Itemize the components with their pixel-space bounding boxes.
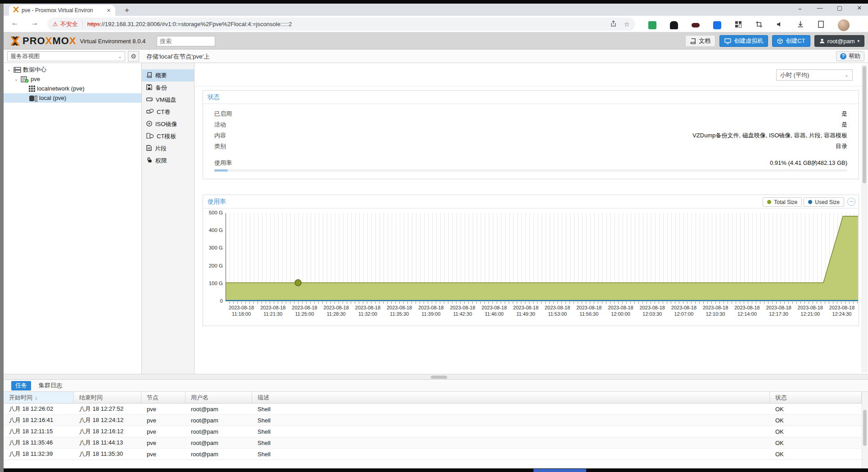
collapse-panel-icon[interactable]: − — [847, 198, 855, 206]
forward-icon[interactable]: → — [30, 18, 40, 28]
task-row[interactable]: 八月 18 11:32:39八月 18 11:35:30pveroot@pamS… — [4, 449, 862, 460]
extension-icon-dark[interactable] — [670, 21, 678, 29]
maximize-icon[interactable]: ▢ — [836, 5, 844, 11]
nav-item-label: 权限 — [155, 157, 167, 165]
nav-item-overview[interactable]: 概要 — [142, 69, 194, 82]
nav-item-backup[interactable]: 备份 — [142, 82, 194, 94]
nav-item-iso-images[interactable]: ISO镜像 — [142, 118, 194, 130]
scrollbar-thumb[interactable] — [863, 66, 866, 183]
x-axis-tick-label: 2023-08-1812:21:00 — [795, 304, 826, 317]
extension-icon-green[interactable] — [648, 21, 656, 29]
legend-dot-icon — [767, 200, 771, 204]
url-text[interactable]: https://192.168.31.202:8006/#v1:0:=stora… — [87, 21, 606, 27]
view-selector[interactable]: 服务器视图 ⌄ — [7, 51, 125, 61]
splitter-handle[interactable] — [431, 376, 447, 379]
gear-icon[interactable]: ⚙ — [128, 51, 139, 62]
nav-item-ct-templates[interactable]: CT模板 — [142, 130, 194, 142]
column-header-0[interactable]: 开始时间↓ — [4, 392, 74, 403]
reading-list-icon[interactable] — [818, 21, 824, 30]
status-value: 是 — [841, 119, 847, 130]
documentation-button[interactable]: 文档 — [685, 35, 715, 47]
nav-item-label: 概要 — [155, 72, 167, 80]
tab-title: pve - Proxmox Virtual Environ — [22, 7, 103, 14]
y-axis-tick-label: 500 G — [203, 210, 223, 215]
new-tab-button[interactable]: + — [122, 5, 132, 16]
security-warning-text[interactable]: 不安全 — [60, 20, 78, 28]
lock-icon — [146, 157, 152, 164]
tab-strip: pve - Proxmox Virtual Environ ✕ + ⌄ — ▢ … — [4, 4, 868, 16]
tab-close-icon[interactable]: ✕ — [106, 8, 112, 14]
share-icon[interactable] — [610, 20, 617, 28]
task-log-tabs: 任务集群日志 — [4, 380, 868, 392]
extension-icon-glasses[interactable] — [692, 23, 700, 27]
nav-item-label: 备份 — [155, 84, 167, 92]
task-scrollbar[interactable] — [862, 392, 868, 468]
column-header-3[interactable]: 用户名 — [185, 392, 252, 403]
task-user: root@pam — [185, 437, 252, 448]
tree-item-localnetwork[interactable]: localnetwork (pve) — [4, 84, 141, 93]
tab-search-icon[interactable]: ⌄ — [796, 5, 804, 11]
x-axis-tick-label: 2023-08-1812:00:00 — [605, 304, 636, 317]
column-header-2[interactable]: 节点 — [141, 392, 185, 403]
tab-cluster-log[interactable]: 集群日志 — [35, 381, 66, 390]
tab-tasks[interactable]: 任务 — [11, 381, 31, 390]
tree-item-pve[interactable]: ⌄pve — [4, 74, 141, 84]
create-ct-button[interactable]: 创建CT — [772, 35, 810, 47]
nav-item-permissions[interactable]: 权限 — [142, 154, 194, 167]
total-size-area — [226, 216, 858, 301]
scrollbar-thumb[interactable] — [863, 410, 867, 446]
extensions-grid-icon[interactable] — [735, 21, 742, 30]
download-icon[interactable] — [797, 21, 804, 30]
nav-item-ct-volumes[interactable]: CT卷 — [142, 106, 194, 118]
status-panel-title: 状态 — [203, 91, 859, 104]
back-icon[interactable]: ← — [10, 18, 20, 28]
tree-item-label: pve — [31, 76, 40, 82]
x-axis-tick-label: 2023-08-1811:39:00 — [415, 304, 447, 317]
column-header-1[interactable]: 结束时间 — [74, 392, 141, 403]
task-row[interactable]: 八月 18 11:35:46八月 18 11:44:13pveroot@pamS… — [4, 437, 862, 449]
hdd-icon — [146, 96, 153, 104]
task-row[interactable]: 八月 18 12:11:15八月 18 12:16:12pveroot@pamS… — [4, 426, 862, 437]
task-end-time: 八月 18 11:35:30 — [74, 449, 141, 459]
proxmox-logo: PROXMOX Virtual Environment 8.0.4 — [9, 35, 145, 47]
chevron-down-icon[interactable]: ⌄ — [6, 67, 12, 72]
bookmark-star-icon[interactable]: ☆ — [624, 20, 630, 28]
task-end-time: 八月 18 12:27:52 — [74, 404, 141, 414]
close-icon[interactable]: ✕ — [855, 5, 863, 11]
usage-chart-plot — [226, 213, 858, 301]
legend-item-total-size[interactable]: Total Size — [763, 197, 802, 207]
x-axis-tick-label: 2023-08-1812:10:30 — [700, 304, 731, 317]
nav-item-snippets[interactable]: 片段 — [142, 142, 194, 154]
minimize-icon[interactable]: — — [816, 5, 824, 11]
status-label: 内容 — [214, 130, 226, 141]
user-menu-button[interactable]: root@pam ▾ — [814, 35, 864, 47]
content-scrollbar[interactable] — [862, 65, 867, 372]
task-row[interactable]: 八月 18 12:26:02八月 18 12:27:52pveroot@pamS… — [4, 404, 862, 415]
help-button[interactable]: ? 帮助 — [836, 51, 864, 61]
nav-item-vm-disks[interactable]: VM磁盘 — [142, 94, 194, 106]
extension-icon-blue-lock[interactable] — [713, 21, 721, 29]
app-toolbar: 服务器视图 ⌄ ⚙ 存储'local'在节点'pve'上 ? 帮助 — [4, 50, 868, 63]
legend-item-used-size[interactable]: Used Size — [804, 197, 844, 207]
period-select[interactable]: 小时 (平均) ⌄ — [776, 69, 853, 81]
tree-item-datacenter[interactable]: ⌄数据中心 — [4, 65, 141, 74]
usage-area-chart — [226, 213, 858, 301]
crop-icon[interactable] — [755, 21, 763, 30]
column-header-4[interactable]: 描述 — [252, 392, 770, 403]
address-bar[interactable]: ⚠ 不安全 https://192.168.31.202:8006/#v1:0:… — [47, 18, 635, 31]
tree-item-local[interactable]: local (pve) — [4, 93, 141, 103]
browser-tab[interactable]: pve - Proxmox Virtual Environ ✕ — [9, 5, 115, 16]
task-row[interactable]: 八月 18 12:16:41八月 18 12:24:12pveroot@pamS… — [4, 415, 862, 426]
create-vm-button[interactable]: 创建虚拟机 — [719, 35, 768, 47]
profile-avatar[interactable] — [838, 19, 850, 31]
column-header-5[interactable]: 状态 — [770, 392, 862, 403]
usage-progress-fill — [214, 169, 228, 172]
y-axis-tick-label: 100 G — [203, 281, 223, 286]
status-row: 使用率0.91% (4.41 GB的482.13 GB) — [214, 158, 847, 168]
search-input[interactable] — [157, 36, 215, 46]
chevron-down-icon: ⌄ — [845, 72, 849, 78]
speaker-icon[interactable] — [776, 21, 783, 30]
browser-menu-icon[interactable]: ⋮ — [865, 21, 868, 30]
content-pane: 小时 (平均) ⌄ 状态 已启用是活动是内容VZDump备份文件, 磁盘映像, … — [194, 63, 868, 374]
chevron-down-icon[interactable]: ⌄ — [14, 77, 19, 82]
